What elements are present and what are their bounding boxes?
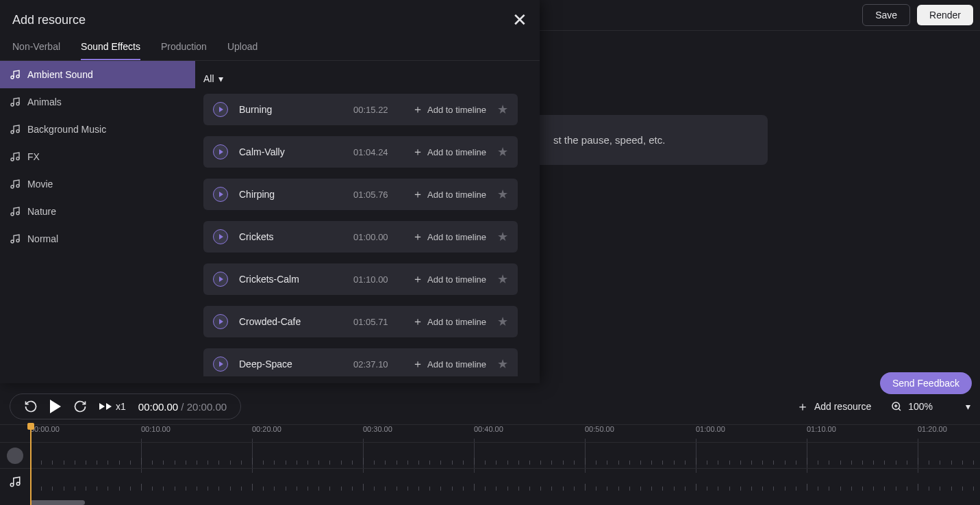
sidebar-item-background-music[interactable]: Background Music	[0, 116, 195, 143]
play-icon	[219, 361, 223, 367]
add-to-timeline-label: Add to timeline	[427, 105, 486, 115]
sidebar-item-fx[interactable]: FX	[0, 143, 195, 170]
sound-duration: 01:04.24	[353, 147, 401, 157]
svg-point-10	[11, 213, 14, 216]
star-icon: ★	[497, 357, 508, 371]
play-sound-button[interactable]	[213, 229, 228, 244]
play-sound-button[interactable]	[213, 272, 228, 287]
sidebar-item-label: Movie	[27, 179, 53, 190]
add-to-timeline-button[interactable]: ＋Add to timeline	[412, 272, 486, 287]
favorite-button[interactable]: ★	[497, 187, 508, 202]
timeline-scroll-thumb[interactable]	[30, 500, 85, 505]
fast-forward-icon	[106, 403, 112, 410]
music-icon	[10, 151, 21, 162]
render-button[interactable]: Render	[917, 5, 973, 25]
close-button[interactable]: ✕	[512, 11, 527, 29]
category-sidebar: Ambient SoundAnimalsBackground MusicFXMo…	[0, 61, 195, 383]
play-sound-button[interactable]	[213, 102, 228, 117]
svg-point-3	[16, 103, 19, 105]
favorite-button[interactable]: ★	[497, 229, 508, 244]
time-mark: 00:30.00	[363, 425, 392, 433]
favorite-button[interactable]: ★	[497, 357, 508, 372]
add-to-timeline-button[interactable]: ＋Add to timeline	[412, 145, 486, 159]
favorite-button[interactable]: ★	[497, 314, 508, 329]
hint-text: st the pause, speed, etc.	[553, 134, 665, 146]
favorite-button[interactable]: ★	[497, 144, 508, 159]
add-to-timeline-button[interactable]: ＋Add to timeline	[412, 103, 486, 117]
tab-upload[interactable]: Upload	[227, 34, 257, 60]
music-track[interactable]	[0, 468, 980, 494]
forward-15-button[interactable]	[73, 400, 87, 413]
play-sound-button[interactable]	[213, 144, 228, 159]
time-mark: 01:10.00	[807, 425, 836, 433]
music-icon	[10, 96, 21, 107]
tab-non-verbal[interactable]: Non-Verbal	[12, 34, 60, 60]
time-current: 00:00.00	[138, 401, 178, 413]
play-icon	[219, 107, 223, 112]
play-icon	[219, 192, 223, 197]
sidebar-item-normal[interactable]: Normal	[0, 225, 195, 252]
plus-icon: ＋	[412, 103, 423, 117]
tab-sound-effects[interactable]: Sound Effects	[81, 34, 140, 60]
play-sound-button[interactable]	[213, 314, 228, 329]
plus-icon: ＋	[412, 357, 423, 372]
add-to-timeline-label: Add to timeline	[427, 190, 486, 200]
zoom-value: 100%	[908, 401, 933, 412]
add-to-timeline-button[interactable]: ＋Add to timeline	[412, 187, 486, 202]
voice-track[interactable]	[0, 442, 980, 468]
sound-item: Burning00:15.22＋Add to timeline★	[203, 94, 518, 125]
rewind-15-button[interactable]	[24, 400, 38, 413]
svg-point-9	[16, 185, 19, 187]
plus-icon: ＋	[412, 315, 423, 329]
playhead[interactable]	[30, 424, 32, 505]
sidebar-item-label: Background Music	[27, 124, 106, 135]
add-to-timeline-label: Add to timeline	[427, 147, 486, 157]
svg-point-2	[11, 103, 14, 106]
fast-forward-icon	[99, 403, 105, 410]
svg-point-1	[16, 75, 19, 78]
music-icon	[10, 69, 21, 80]
track-music-icon	[0, 476, 30, 488]
sidebar-item-nature[interactable]: Nature	[0, 198, 195, 225]
transport-right: ＋ Add resource 100% ▾	[796, 398, 970, 415]
add-to-timeline-button[interactable]: ＋Add to timeline	[412, 230, 486, 244]
tab-production[interactable]: Production	[161, 34, 207, 60]
play-button[interactable]	[50, 400, 61, 413]
sound-duration: 01:05.71	[353, 317, 401, 327]
svg-point-6	[11, 158, 14, 161]
plus-icon: ＋	[412, 272, 423, 287]
star-icon: ★	[497, 187, 508, 201]
play-icon	[219, 319, 223, 324]
add-to-timeline-button[interactable]: ＋Add to timeline	[412, 315, 486, 329]
music-icon	[10, 179, 21, 190]
add-to-timeline-button[interactable]: ＋Add to timeline	[412, 357, 486, 372]
sound-item: Crickets01:00.00＋Add to timeline★	[203, 221, 518, 252]
play-icon	[219, 276, 223, 282]
favorite-button[interactable]: ★	[497, 102, 508, 117]
speed-control[interactable]: x1	[99, 401, 126, 412]
avatar-icon	[7, 448, 23, 464]
timeline-ruler[interactable]: 00:00.0000:10.0000:20.0000:30.0000:40.00…	[0, 424, 980, 442]
modal-header: Add resource ✕	[0, 0, 540, 34]
star-icon: ★	[497, 272, 508, 286]
svg-point-18	[10, 483, 14, 487]
sound-content: All ▾ Burning00:15.22＋Add to timeline★Ca…	[195, 61, 540, 383]
zoom-control[interactable]: 100% ▾	[890, 400, 970, 413]
music-icon	[10, 124, 21, 135]
add-resource-button[interactable]: ＋ Add resource	[796, 398, 871, 415]
track-avatar	[0, 448, 30, 464]
timeline: 00:00.0000:10.0000:20.0000:30.0000:40.00…	[0, 424, 980, 505]
play-icon	[219, 234, 223, 239]
play-sound-button[interactable]	[213, 357, 228, 372]
svg-point-8	[11, 185, 14, 188]
play-sound-button[interactable]	[213, 187, 228, 202]
favorite-button[interactable]: ★	[497, 272, 508, 287]
sidebar-item-movie[interactable]: Movie	[0, 170, 195, 198]
filter-dropdown[interactable]: All ▾	[203, 73, 531, 84]
save-button[interactable]: Save	[862, 4, 910, 26]
svg-point-4	[11, 131, 14, 133]
sidebar-item-animals[interactable]: Animals	[0, 88, 195, 116]
sidebar-item-ambient-sound[interactable]: Ambient Sound	[0, 61, 195, 88]
add-to-timeline-label: Add to timeline	[427, 274, 486, 285]
svg-point-0	[11, 76, 14, 79]
